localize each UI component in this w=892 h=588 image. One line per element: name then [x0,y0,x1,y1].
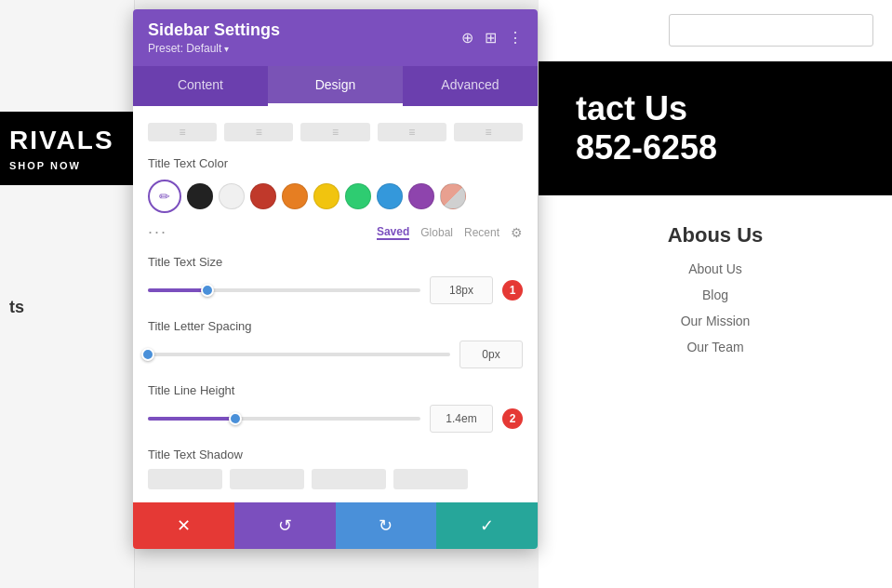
color-swatch-light-red-picker[interactable] [440,183,466,209]
color-palette: ✏ [133,176,538,217]
letter-spacing-slider-row: 0px [148,341,523,368]
tab-advanced[interactable]: Advanced [403,66,538,106]
shop-now-text: SHOP NOW [9,160,126,171]
about-us-section: Abous Us About UsBlogOur MissionOur Team [539,195,892,394]
bottom-text: ts [9,298,24,316]
shadow-options [148,469,523,489]
letter-spacing-label: Title Letter Spacing [148,319,523,333]
line-height-value[interactable]: 1.4em [430,405,493,433]
color-tab-saved[interactable]: Saved [377,225,409,240]
pencil-icon: ✏ [159,189,170,204]
line-height-section: Title Line Height 1.4em 2 [133,376,538,440]
nav-link[interactable]: Our Team [576,340,855,354]
text-size-thumb [201,284,214,297]
nav-link[interactable]: Blog [576,287,855,302]
text-size-fill [148,288,207,292]
color-swatch-dark-red[interactable] [250,183,276,209]
text-size-track[interactable] [148,288,420,292]
panel-tabs: Content Design Advanced [133,66,538,106]
rivals-text: RIVALS [9,126,126,155]
line-height-fill [148,417,235,421]
shadow-option-4 [393,469,468,489]
divider-row-top: ≡ ≡ ≡ ≡ ≡ [133,115,538,149]
color-swatch-orange[interactable] [282,183,308,209]
color-options-row: ··· Saved Global Recent ⚙ [133,217,538,247]
nav-link[interactable]: About Us [576,261,855,276]
rivals-banner: RIVALS SHOP NOW [0,112,135,185]
text-size-badge: 1 [502,280,523,301]
color-settings-icon[interactable]: ⚙ [511,225,523,240]
contact-title: tact Us [576,89,855,128]
divider-5: ≡ [454,123,523,141]
split-icon[interactable]: ⊞ [485,29,497,47]
text-size-value[interactable]: 18px [430,276,493,304]
panel-toolbar: ✕ ↺ ↻ ✓ [133,502,538,549]
nav-link[interactable]: Our Mission [576,314,855,328]
text-shadow-label: Title Text Shadow [148,448,523,461]
color-tab-recent[interactable]: Recent [464,226,499,239]
letter-spacing-value[interactable]: 0px [459,341,523,368]
divider-2: ≡ [224,123,293,141]
left-sidebar: RIVALS SHOP NOW ts [0,0,135,588]
text-size-label: Title Text Size [148,255,523,269]
line-height-badge: 2 [502,408,523,429]
panel-preset: Preset: Default ▾ [148,42,280,55]
sidebar-settings-panel: Sidebar Settings Preset: Default ▾ ⊕ ⊞ ⋮… [133,9,538,549]
panel-header-icons: ⊕ ⊞ ⋮ [461,29,523,47]
line-height-label: Title Line Height [148,383,523,397]
color-swatch-blue[interactable] [377,183,403,209]
undo-button[interactable]: ↺ [234,502,336,549]
color-picker-button[interactable]: ✏ [148,180,181,213]
panel-content: ≡ ≡ ≡ ≡ ≡ Title Text Color ✏ ··· Saved G… [133,106,538,502]
tab-design[interactable]: Design [268,66,403,106]
about-us-header: Abous Us [576,223,855,247]
search-area [539,0,892,61]
shadow-option-2 [230,469,304,489]
letter-spacing-section: Title Letter Spacing 0px [133,312,538,376]
color-swatch-black[interactable] [187,183,213,209]
divider-1: ≡ [148,123,217,141]
divider-3: ≡ [300,123,369,141]
text-size-section: Title Text Size 18px 1 [133,247,538,312]
left-bottom-area: ts [0,288,135,327]
line-height-slider-row: 1.4em 2 [148,405,523,433]
panel-title-area: Sidebar Settings Preset: Default ▾ [148,20,280,55]
color-tab-global[interactable]: Global [420,226,453,239]
divider-4: ≡ [378,123,446,141]
color-swatch-white[interactable] [219,183,245,209]
target-icon[interactable]: ⊕ [461,29,473,47]
redo-button[interactable]: ↻ [336,502,437,549]
letter-spacing-track[interactable] [148,353,450,356]
color-swatch-yellow[interactable] [313,183,339,209]
panel-title: Sidebar Settings [148,20,280,40]
more-icon[interactable]: ⋮ [508,29,523,47]
contact-section: tact Us 852-6258 [539,61,892,195]
line-height-track[interactable] [148,417,420,421]
color-swatches [187,183,466,209]
shadow-option-3 [312,469,386,489]
color-swatch-green[interactable] [345,183,371,209]
tab-content[interactable]: Content [133,66,268,106]
letter-spacing-thumb [141,348,154,361]
shadow-option-1 [148,469,222,489]
text-shadow-section: Title Text Shadow [133,440,538,493]
cancel-button[interactable]: ✕ [133,502,234,549]
text-size-slider-row: 18px 1 [148,276,523,304]
contact-phone: 852-6258 [576,128,855,167]
line-height-thumb [229,412,242,425]
search-bar-placeholder [669,14,873,47]
color-section-label: Title Text Color [133,149,538,176]
save-button[interactable]: ✓ [436,502,538,549]
panel-header: Sidebar Settings Preset: Default ▾ ⊕ ⊞ ⋮ [133,9,538,66]
more-colors-dots[interactable]: ··· [148,222,167,242]
color-swatch-purple[interactable] [408,183,434,209]
right-content-panel: tact Us 852-6258 Abous Us About UsBlogOu… [539,0,892,588]
nav-links-container: About UsBlogOur MissionOur Team [576,261,855,354]
color-tabs: Saved Global Recent ⚙ [377,225,523,240]
